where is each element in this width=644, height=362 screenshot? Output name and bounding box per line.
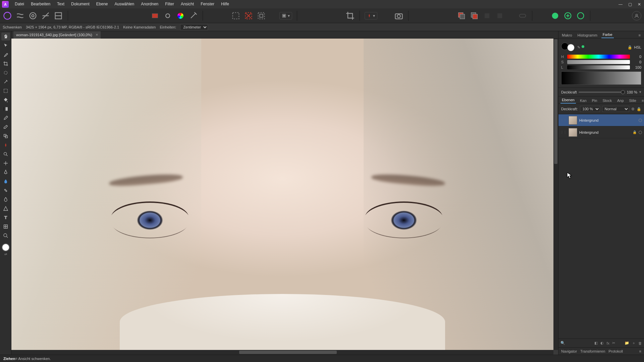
flood-fill-tool[interactable]	[1, 96, 10, 104]
color-gradient-bar[interactable]	[561, 71, 641, 85]
persona-export-icon[interactable]	[54, 11, 63, 20]
swatch-red-icon[interactable]	[150, 11, 160, 20]
maximize-button[interactable]: ▢	[627, 2, 633, 7]
delete-layer-icon[interactable]: 🗑	[638, 341, 642, 345]
tab-histogramm[interactable]: Histogramm	[576, 32, 599, 38]
horizontal-scrollbar[interactable]	[11, 350, 553, 355]
menu-bearbeiten[interactable]: Bearbeiten	[28, 0, 54, 8]
tab-makro[interactable]: Makro	[560, 32, 574, 38]
lit-slider[interactable]	[567, 65, 630, 69]
move-tool[interactable]	[1, 42, 10, 50]
layer-thumbnail[interactable]	[569, 116, 577, 125]
minimize-button[interactable]: —	[618, 2, 623, 7]
clone-tool[interactable]	[1, 132, 10, 140]
opacity-value[interactable]: 100 %	[627, 90, 637, 94]
marquee-tool[interactable]	[1, 87, 10, 95]
menu-text[interactable]: Text	[54, 0, 68, 8]
arrange-3-icon[interactable]	[482, 11, 492, 20]
menu-datei[interactable]: Datei	[11, 0, 28, 8]
tab-stile[interactable]: Stile	[628, 98, 638, 104]
sat-slider[interactable]	[567, 60, 630, 64]
hue-slider[interactable]	[567, 55, 630, 59]
menu-auswaehlen[interactable]: Auswählen	[111, 0, 138, 8]
panel-menu-icon[interactable]: ≡	[640, 98, 644, 104]
layer-opacity-select[interactable]: 100 %	[580, 106, 600, 112]
selection-brush-tool[interactable]	[1, 69, 10, 77]
eyedropper-icon[interactable]: ✎	[577, 45, 580, 50]
arrange-back-icon[interactable]	[470, 11, 479, 20]
lock-icon[interactable]: 🔒	[628, 45, 632, 50]
blur-tool[interactable]	[1, 195, 10, 203]
visibility-toggle[interactable]	[639, 119, 642, 122]
layer-search-icon[interactable]: 🔍	[560, 341, 565, 345]
adjust-layer-icon[interactable]: ◐	[600, 341, 604, 345]
crop-layer-icon[interactable]: ✂	[612, 341, 615, 345]
color-wheel-icon[interactable]	[176, 11, 185, 20]
tab-pin[interactable]: Pin	[591, 98, 599, 104]
close-button[interactable]: ✕	[637, 2, 642, 7]
opacity-slider[interactable]	[579, 92, 625, 93]
arrange-front-icon[interactable]	[457, 11, 466, 20]
layer-row[interactable]: ⋮⋮ Hintergrund 🔒	[558, 126, 644, 138]
canvas-viewport[interactable]	[11, 39, 558, 355]
dodge-tool[interactable]	[1, 150, 10, 158]
chevron-down-icon[interactable]: ▾	[639, 90, 641, 94]
sync-on-icon[interactable]	[550, 11, 560, 20]
paint-brush-tool[interactable]	[1, 114, 10, 122]
menu-fenster[interactable]: Fenster	[197, 0, 218, 8]
camera-icon[interactable]	[394, 11, 404, 20]
sat-value[interactable]: 0	[632, 60, 641, 64]
tab-kan[interactable]: Kan	[579, 98, 588, 104]
gear-icon[interactable]: ⚙	[631, 107, 635, 111]
autolevel-icon[interactable]	[163, 11, 172, 20]
gradient-tool[interactable]	[1, 105, 10, 113]
zoom-tool[interactable]	[1, 232, 10, 240]
wand-icon[interactable]	[189, 11, 198, 20]
menu-hilfe[interactable]: Hilfe	[218, 0, 232, 8]
blend-mode-select[interactable]: Normal	[602, 106, 629, 112]
layer-name[interactable]: Hintergrund	[579, 130, 631, 134]
color-circles[interactable]	[561, 41, 575, 51]
selection-clear-icon[interactable]	[244, 11, 253, 20]
add-layer-icon[interactable]: ＋	[632, 341, 636, 346]
mesh-tool[interactable]	[1, 223, 10, 231]
pen-tool[interactable]	[1, 168, 10, 176]
fx-layer-icon[interactable]: fx	[606, 341, 609, 345]
units-select[interactable]: Zentimeter	[180, 24, 208, 30]
layer-name[interactable]: Hintergrund	[579, 118, 637, 122]
persona-tone-icon[interactable]	[41, 11, 50, 20]
inpaint-tool[interactable]	[1, 141, 10, 149]
document-tab[interactable]: woman-1919143_640.jpg [Geändert] (100,0%…	[13, 31, 101, 39]
tab-anp[interactable]: Anp	[616, 98, 625, 104]
grip-icon[interactable]: ⋮⋮	[560, 131, 567, 134]
menu-ansicht[interactable]: Ansicht	[177, 0, 197, 8]
sync-settings-icon[interactable]	[576, 11, 585, 20]
text-tool[interactable]	[1, 214, 10, 222]
lock-icon[interactable]: 🔒	[637, 107, 641, 111]
vertical-scrollbar[interactable]	[553, 39, 558, 350]
tab-transformieren[interactable]: Transformieren	[580, 349, 605, 353]
swap-colors-icon[interactable]: ⇄	[4, 252, 7, 256]
crop-tool[interactable]	[1, 60, 10, 68]
arrange-4-icon[interactable]	[495, 11, 504, 20]
panel-menu-icon[interactable]: ≡	[637, 32, 642, 38]
tab-ebenen[interactable]: Ebenen	[560, 97, 576, 104]
grip-icon[interactable]: ⋮⋮	[560, 119, 567, 122]
account-button[interactable]	[632, 11, 641, 20]
close-icon[interactable]: ×	[96, 32, 98, 37]
healing-tool[interactable]	[1, 186, 10, 194]
mask-layer-icon[interactable]: ◧	[594, 341, 598, 345]
tab-stock[interactable]: Stock	[601, 98, 613, 104]
canvas[interactable]	[11, 39, 553, 350]
menu-anordnen[interactable]: Anordnen	[138, 0, 162, 8]
link-icon[interactable]	[518, 11, 527, 20]
visibility-toggle[interactable]	[639, 131, 642, 134]
menu-dokument[interactable]: Dokument	[68, 0, 93, 8]
quickmask-dropdown[interactable]: ▾	[279, 12, 292, 19]
tab-farbe[interactable]: Farbe	[601, 32, 614, 38]
panel-menu-icon[interactable]: ≡	[639, 349, 641, 353]
hand-tool[interactable]	[1, 33, 10, 41]
tab-navigator[interactable]: Navigator	[561, 349, 577, 353]
shape-tool[interactable]	[1, 204, 10, 213]
flood-select-tool[interactable]	[1, 78, 10, 86]
